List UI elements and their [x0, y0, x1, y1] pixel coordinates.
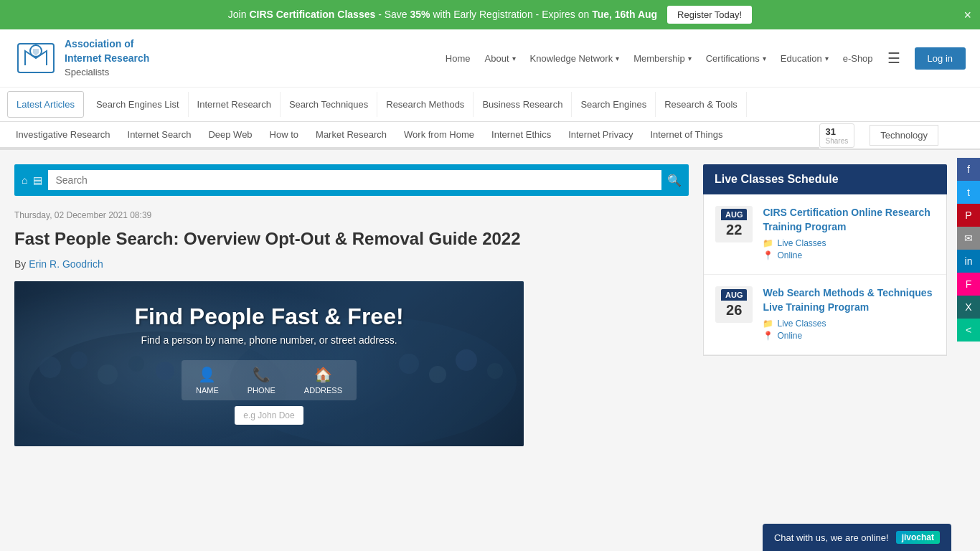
banner-close-button[interactable]: ×: [963, 7, 971, 22]
main-layout: ⌂ ▤ 🔍 Thursday, 02 December 2021 08:39 F…: [0, 150, 961, 461]
event-location-1: 📍 Online: [763, 250, 935, 260]
logo-text: Association of Internet Research Special…: [65, 37, 149, 78]
hamburger-menu[interactable]: ☰: [882, 46, 906, 70]
author-link[interactable]: Erin R. Goodrich: [29, 258, 103, 270]
share-sharethis-button[interactable]: <: [957, 319, 980, 342]
event-day-2: 26: [721, 301, 747, 320]
cat-investigative-research[interactable]: Investigative Research: [7, 122, 119, 147]
logo[interactable]: Association of Internet Research Special…: [14, 37, 149, 80]
register-button[interactable]: Register Today!: [667, 6, 752, 24]
article-image-subtitle: Find a person by name, phone number, or …: [141, 334, 397, 346]
logo-icon: [14, 37, 57, 80]
share-xing-button[interactable]: X: [957, 296, 980, 319]
cat-search-engines-list[interactable]: Search Engines List: [88, 92, 189, 117]
share-flipboard-button[interactable]: F: [957, 273, 980, 296]
article-image: Find People Fast & Free! Find a person b…: [14, 281, 524, 446]
sidebar: Live Classes Schedule AUG 22 CIRS Certif…: [703, 164, 947, 446]
cat-work-from-home[interactable]: Work from Home: [395, 122, 483, 147]
cat-deep-web[interactable]: Deep Web: [199, 122, 260, 147]
article-image-overlay: Find People Fast & Free! Find a person b…: [14, 281, 524, 446]
cat-how-to[interactable]: How to: [261, 122, 307, 147]
category-nav-row2-wrapper: Investigative Research Internet Search D…: [0, 122, 980, 150]
event-title-2[interactable]: Web Search Methods & Techniques Live Tra…: [763, 286, 935, 314]
share-pinterest-button[interactable]: P: [957, 204, 980, 227]
nav-about[interactable]: About▾: [479, 50, 522, 67]
cat-internet-ethics[interactable]: Internet Ethics: [483, 122, 560, 147]
cat-business-research[interactable]: Business Research: [473, 92, 572, 117]
cat-internet-of-things[interactable]: Internet of Things: [641, 122, 731, 147]
cat-internet-search[interactable]: Internet Search: [119, 122, 200, 147]
cat-latest-articles[interactable]: Latest Articles: [7, 91, 84, 118]
folder-icon[interactable]: ▤: [33, 174, 42, 186]
shares-badge: 31 Shares: [819, 123, 855, 148]
article-input-placeholder: e.g John Doe: [243, 410, 294, 420]
event-location-2: 📍 Online: [763, 331, 935, 341]
article-title: Fast People Search: Overview Opt-Out & R…: [14, 227, 689, 250]
event-item-1: AUG 22 CIRS Certification Online Researc…: [704, 194, 946, 275]
event-day-1: 22: [721, 220, 747, 240]
cat-internet-privacy[interactable]: Internet Privacy: [560, 122, 641, 147]
event-month-2: AUG: [721, 289, 747, 301]
share-twitter-button[interactable]: t: [957, 181, 980, 204]
phone-icon: 📞: [253, 366, 270, 383]
event-info-1: CIRS Certification Online Research Train…: [763, 206, 935, 263]
cat-research-tools[interactable]: Research & Tools: [656, 92, 747, 117]
event-date-badge-2: AUG 26: [715, 286, 753, 323]
banner-text: Join CIRS Certification Classes - Save 3…: [228, 9, 660, 20]
technology-tag[interactable]: Technology: [870, 125, 938, 146]
cat-search-techniques[interactable]: Search Techniques: [281, 92, 377, 117]
event-date-badge-1: AUG 22: [715, 206, 753, 242]
cat-search-engines[interactable]: Search Engines: [572, 92, 656, 117]
header: Association of Internet Research Special…: [0, 29, 980, 88]
share-facebook-button[interactable]: f: [957, 158, 980, 181]
nav-home[interactable]: Home: [440, 50, 476, 67]
share-linkedin-button[interactable]: in: [957, 250, 980, 273]
cat-market-research[interactable]: Market Research: [307, 122, 395, 147]
event-category-1: 📁 Live Classes: [763, 238, 935, 248]
event-item-2: AUG 26 Web Search Methods & Techniques L…: [704, 275, 946, 355]
article-image-tabs: 👤 NAME 📞 PHONE 🏠 ADDRESS: [182, 360, 357, 400]
search-button[interactable]: 🔍: [667, 174, 682, 187]
main-nav: Home About▾ Knowledge Network▾ Membershi…: [440, 46, 966, 70]
article-search-input-row: e.g John Doe: [235, 406, 303, 425]
nav-education[interactable]: Education▾: [775, 50, 834, 67]
top-banner: Join CIRS Certification Classes - Save 3…: [0, 0, 980, 29]
live-classes-body: AUG 22 CIRS Certification Online Researc…: [703, 194, 947, 356]
nav-eshop[interactable]: e-Shop: [837, 50, 879, 67]
cat-research-methods[interactable]: Research Methods: [377, 92, 473, 117]
cat-internet-research[interactable]: Internet Research: [189, 92, 281, 117]
home-icon[interactable]: ⌂: [22, 174, 27, 186]
event-month-1: AUG: [721, 209, 747, 220]
tab-name[interactable]: 👤 NAME: [196, 366, 219, 395]
event-category-2: 📁 Live Classes: [763, 319, 935, 329]
article-author: By Erin R. Goodrich: [14, 258, 689, 270]
article-area: ⌂ ▤ 🔍 Thursday, 02 December 2021 08:39 F…: [14, 164, 689, 446]
person-icon: 👤: [198, 366, 216, 383]
login-button[interactable]: Log in: [915, 47, 966, 70]
tab-phone[interactable]: 📞 PHONE: [248, 366, 275, 395]
category-nav-row2: Investigative Research Internet Search D…: [0, 122, 819, 149]
house-icon: 🏠: [314, 366, 332, 383]
article-date: Thursday, 02 December 2021 08:39: [14, 210, 689, 220]
search-input[interactable]: [48, 170, 661, 190]
nav-certifications[interactable]: Certifications▾: [700, 50, 772, 67]
search-bar: ⌂ ▤ 🔍: [14, 164, 689, 196]
live-classes-header: Live Classes Schedule: [703, 164, 947, 194]
event-title-1[interactable]: CIRS Certification Online Research Train…: [763, 206, 935, 234]
tab-address[interactable]: 🏠 ADDRESS: [304, 366, 342, 395]
category-nav-row1: Latest Articles Search Engines List Inte…: [0, 88, 980, 122]
nav-membership[interactable]: Membership▾: [628, 50, 697, 67]
social-sidebar: f t P ✉ in F X <: [957, 158, 980, 342]
share-email-button[interactable]: ✉: [957, 227, 980, 250]
article-image-title: Find People Fast & Free!: [134, 303, 403, 330]
event-info-2: Web Search Methods & Techniques Live Tra…: [763, 286, 935, 343]
nav-knowledge-network[interactable]: Knowledge Network▾: [524, 50, 626, 67]
